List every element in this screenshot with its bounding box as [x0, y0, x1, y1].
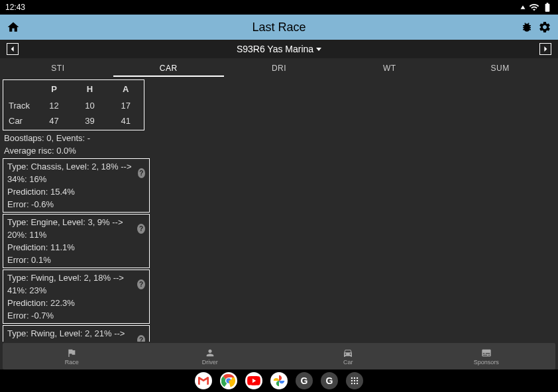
stats-header-a: A: [108, 80, 144, 99]
nav-race[interactable]: Race: [3, 343, 141, 369]
component-block: Type: Chassis, Level: 2, 18% --> 34%: 16…: [3, 158, 150, 213]
home-icon[interactable]: [7, 21, 20, 34]
status-time: 12:43: [5, 3, 25, 12]
race-selector-bar: S93R6 Yas Marina: [0, 40, 558, 58]
component-error: Error: -0.6%: [7, 198, 145, 211]
person-icon: [205, 348, 215, 358]
stats-header-h: H: [72, 80, 108, 99]
stats-table: P H A Track 12 10 17 Car 47 39 41: [3, 79, 144, 130]
component-block: Type: Fwing, Level: 2, 18% --> 41%: 23%?…: [3, 270, 150, 324]
svg-point-4: [357, 377, 358, 379]
component-error: Error: 0.1%: [7, 254, 145, 266]
component-type: Type: Engine, Level: 3, 9% --> 20%: 11%: [7, 216, 133, 241]
tab-sti[interactable]: STI: [3, 60, 113, 77]
content-area: P H A Track 12 10 17 Car 47 39 41 Boostl…: [0, 77, 558, 342]
photos-icon[interactable]: [270, 372, 288, 389]
table-row: Car 47 39 41: [3, 113, 144, 130]
svg-point-3: [354, 377, 355, 379]
tab-car[interactable]: CAR: [113, 60, 224, 77]
boostlaps-info: Boostlaps: 0, Events: -: [4, 133, 554, 143]
app-bar: Last Race: [0, 15, 558, 40]
component-list: Type: Chassis, Level: 2, 18% --> 34%: 16…: [3, 158, 150, 342]
page-title: Last Race: [252, 21, 306, 34]
component-type: Type: Rwing, Level: 2, 21% --> 46%: 25%: [7, 327, 133, 342]
svg-point-5: [351, 380, 353, 381]
nav-car[interactable]: Car: [279, 343, 418, 369]
gmail-icon[interactable]: [195, 372, 212, 389]
stats-header-empty: [3, 80, 36, 99]
dropdown-caret-icon: [316, 48, 321, 51]
youtube-icon[interactable]: [245, 372, 262, 389]
svg-point-2: [351, 377, 353, 379]
component-type: Type: Fwing, Level: 2, 18% --> 41%: 23%: [7, 271, 133, 297]
component-prediction: Prediction: 11.1%: [7, 241, 145, 254]
app-icon-2[interactable]: G: [321, 372, 338, 389]
tab-sum[interactable]: SUM: [445, 60, 555, 77]
tab-dri[interactable]: DRI: [224, 60, 335, 77]
component-prediction: Prediction: 15.4%: [7, 185, 145, 198]
help-icon[interactable]: ?: [137, 224, 145, 234]
nav-driver[interactable]: Driver: [141, 343, 280, 369]
status-indicators: [520, 2, 553, 13]
nav-sponsors[interactable]: Sponsors: [418, 343, 556, 369]
component-block: Type: Engine, Level: 3, 9% --> 20%: 11%?…: [3, 214, 150, 268]
car-icon: [343, 348, 353, 358]
app-drawer-icon[interactable]: [346, 372, 363, 389]
component-block: Type: Rwing, Level: 2, 21% --> 46%: 25%?…: [3, 325, 150, 342]
help-icon[interactable]: ?: [137, 335, 145, 342]
svg-point-6: [354, 380, 355, 381]
component-error: Error: -0.7%: [7, 309, 145, 322]
sponsors-icon: [481, 348, 492, 358]
chrome-icon[interactable]: [220, 372, 237, 389]
app-icon-1[interactable]: G: [296, 372, 313, 389]
svg-point-10: [357, 383, 358, 384]
bug-icon[interactable]: [521, 21, 533, 33]
help-icon[interactable]: ?: [137, 279, 145, 289]
android-dock: G G: [0, 369, 558, 392]
stats-header-p: P: [36, 80, 72, 99]
svg-point-8: [351, 383, 353, 384]
signal-icon: [521, 5, 526, 9]
wifi-icon: [529, 2, 539, 13]
help-icon[interactable]: ?: [138, 168, 145, 178]
tab-wt[interactable]: WT: [334, 60, 445, 77]
battery-icon: [542, 2, 553, 13]
next-race-button[interactable]: [539, 43, 551, 55]
tab-bar: STI CAR DRI WT SUM: [3, 60, 555, 77]
race-name-label: S93R6 Yas Marina: [237, 44, 313, 54]
component-prediction: Prediction: 22.3%: [7, 297, 145, 309]
android-status-bar: 12:43: [0, 0, 558, 15]
component-type: Type: Chassis, Level: 2, 18% --> 34%: 16…: [7, 160, 134, 185]
risc-info: Average risc: 0.0%: [4, 146, 554, 156]
flag-icon: [66, 348, 77, 358]
svg-point-9: [354, 383, 355, 384]
table-row: Track 12 10 17: [3, 98, 144, 113]
bottom-nav: Race Driver Car Sponsors: [3, 343, 555, 369]
svg-point-7: [357, 380, 358, 381]
settings-icon[interactable]: [538, 21, 551, 34]
prev-race-button[interactable]: [7, 43, 19, 55]
race-dropdown[interactable]: S93R6 Yas Marina: [237, 44, 321, 54]
